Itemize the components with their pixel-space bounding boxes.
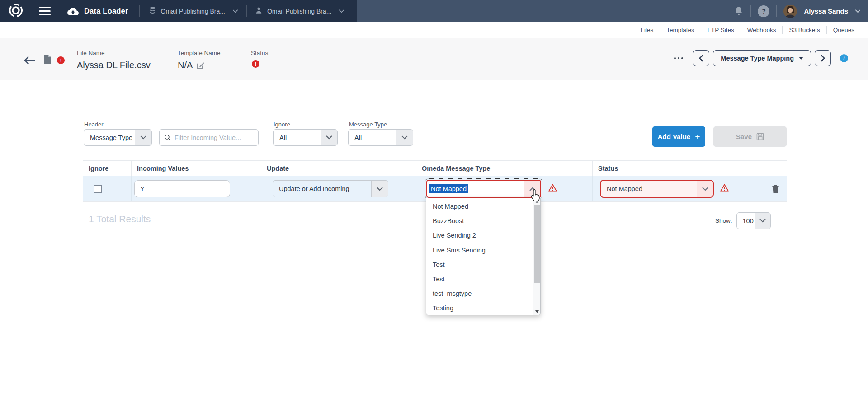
secondary-nav-links: FilesTemplatesFTP SitesWebhooksS3 Bucket… <box>634 26 861 34</box>
omeda-message-type-value: Not Mapped <box>429 184 468 193</box>
file-name-label: File Name <box>77 50 151 56</box>
message-type-filter-select[interactable]: All <box>348 129 413 146</box>
omeda-logo-icon[interactable] <box>8 3 24 20</box>
warning-triangle-icon <box>720 183 729 195</box>
dropdown-option[interactable]: Test <box>426 272 540 286</box>
file-document-icon[interactable] <box>43 54 52 66</box>
delete-row-trash-icon[interactable] <box>764 184 787 194</box>
status-group: Status ! <box>251 50 268 68</box>
database-icon <box>149 6 156 16</box>
user-avatar[interactable] <box>783 5 797 18</box>
ignore-filter-select[interactable]: All <box>273 129 338 146</box>
table-column-header: Ignore <box>83 161 131 176</box>
file-name-value: Alyssa DL File.csv <box>77 60 151 70</box>
info-icon[interactable]: i <box>840 54 848 62</box>
template-name-label: Template Name <box>178 50 221 56</box>
database-dropdown[interactable]: Omail Publishing Bra... <box>149 6 238 16</box>
navbar-divider <box>246 5 247 17</box>
header-filter-select[interactable]: Message Type <box>84 129 152 146</box>
incoming-value-search <box>159 129 259 146</box>
message-type-options: Not MappedBuzzBoostLive Sending 2Live Sm… <box>426 198 540 315</box>
secondary-nav-link[interactable]: Webhooks <box>741 26 783 34</box>
edit-template-icon[interactable] <box>197 61 204 69</box>
plus-icon: + <box>695 132 700 142</box>
ignore-filter-label: Ignore <box>274 121 290 128</box>
template-name-group: Template Name N/A <box>178 50 221 70</box>
add-value-label: Add Value <box>658 133 691 140</box>
save-button[interactable]: Save <box>713 126 787 147</box>
warning-triangle-icon <box>548 183 557 195</box>
chevron-down-icon[interactable] <box>697 181 713 197</box>
show-per-page: Show: 100 <box>715 212 771 229</box>
cloud-upload-icon <box>67 7 79 16</box>
help-icon[interactable]: ? <box>758 5 769 17</box>
user-menu-chevron-icon[interactable] <box>855 9 861 13</box>
status-combobox[interactable]: Not Mapped <box>600 180 714 198</box>
message-type-dropdown-panel: Not MappedBuzzBoostLive Sending 2Live Sm… <box>426 198 541 315</box>
top-navbar-left: Data Loader Omail Publishing Bra... <box>0 0 357 22</box>
table-column-header: Update <box>261 161 416 176</box>
brand-dropdown[interactable]: Omail Publishing Bra... <box>255 6 344 16</box>
top-navbar: Data Loader Omail Publishing Bra... <box>0 0 868 22</box>
dropdown-option[interactable]: BuzzBoost <box>426 214 540 228</box>
mapping-selector-label: Message Type Mapping <box>721 55 794 62</box>
dropdown-option[interactable]: Not Mapped <box>426 199 540 214</box>
chevron-down-icon <box>755 213 770 229</box>
secondary-nav-link[interactable]: Templates <box>660 26 701 34</box>
more-options-icon[interactable] <box>674 57 683 59</box>
dropdown-option[interactable]: Live Sms Sending <box>426 243 540 257</box>
hamburger-menu-icon[interactable] <box>39 7 51 15</box>
search-icon <box>164 134 171 141</box>
brand-dropdown-label: Omail Publishing Bra... <box>267 8 331 15</box>
database-dropdown-label: Omail Publishing Bra... <box>161 8 225 15</box>
omeda-message-type-combobox[interactable]: Not Mapped <box>426 180 541 198</box>
chevron-down-icon <box>396 130 413 145</box>
navbar-divider <box>776 5 777 17</box>
navbar-divider <box>750 5 751 17</box>
scroll-down-icon[interactable] <box>533 308 540 315</box>
file-name-group: File Name Alyssa DL File.csv <box>77 50 151 70</box>
save-floppy-icon <box>756 133 764 140</box>
secondary-nav-link[interactable]: Queues <box>826 26 861 34</box>
secondary-nav-link[interactable]: Files <box>634 26 660 34</box>
show-count-select[interactable]: 100 <box>736 212 771 229</box>
add-value-button[interactable]: Add Value + <box>652 126 705 147</box>
dropdown-option[interactable]: test_msgtype <box>426 286 540 301</box>
secondary-nav: FilesTemplatesFTP SitesWebhooksS3 Bucket… <box>0 22 868 38</box>
search-input[interactable] <box>175 134 259 141</box>
chevron-down-icon <box>135 130 151 145</box>
chevron-down-icon <box>232 9 238 13</box>
dropdown-option[interactable]: Test <box>426 257 540 272</box>
notifications-bell-icon[interactable] <box>734 6 744 17</box>
secondary-nav-link[interactable]: S3 Buckets <box>782 26 826 34</box>
chevron-down-icon <box>339 9 344 13</box>
dropdown-option[interactable]: Live Sending 2 <box>426 228 540 243</box>
ignore-filter-value: All <box>274 134 321 141</box>
update-select-value: Update or Add Incoming <box>273 185 371 192</box>
ignore-checkbox[interactable] <box>94 185 102 193</box>
file-error-icon: ! <box>57 56 65 64</box>
header-actions: Message Type Mapping i <box>674 50 848 66</box>
previous-mapping-button[interactable] <box>693 50 709 66</box>
table-column-header: Incoming Values <box>131 161 261 176</box>
chevron-down-icon <box>371 181 388 197</box>
incoming-value-input[interactable] <box>134 180 230 197</box>
status-combobox-value: Not Mapped <box>601 185 697 192</box>
template-name-value: N/A <box>178 60 193 70</box>
next-mapping-button[interactable] <box>815 50 831 66</box>
chevron-down-icon <box>321 130 337 145</box>
table-header-row: IgnoreIncoming ValuesUpdateOmeda Message… <box>83 160 787 176</box>
dropdown-option[interactable]: Testing <box>426 301 540 315</box>
back-arrow-icon[interactable] <box>24 56 36 67</box>
update-select[interactable]: Update or Add Incoming <box>273 180 388 197</box>
scrollbar-thumb[interactable] <box>534 205 540 283</box>
message-type-filter-value: All <box>349 134 396 141</box>
show-label: Show: <box>715 217 732 224</box>
dropdown-scrollbar[interactable] <box>533 198 540 315</box>
mouse-cursor-pointer-icon <box>530 189 540 203</box>
mapping-selector-dropdown[interactable]: Message Type Mapping <box>713 50 811 66</box>
file-header: ! File Name Alyssa DL File.csv Template … <box>0 38 868 80</box>
caret-down-icon <box>799 57 803 60</box>
secondary-nav-link[interactable]: FTP Sites <box>701 26 741 34</box>
user-name[interactable]: Alyssa Sands <box>804 7 848 15</box>
